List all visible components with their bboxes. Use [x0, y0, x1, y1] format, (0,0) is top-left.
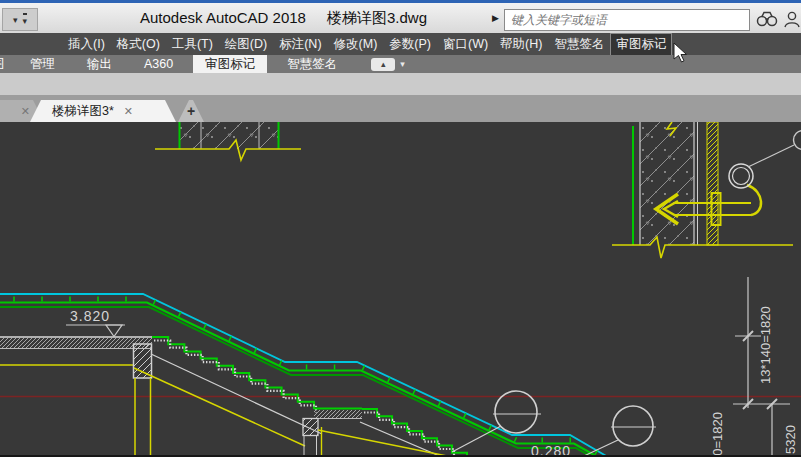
menu-draw[interactable]: 绘图(D)	[219, 33, 273, 56]
wall-section-handrail-detail	[612, 122, 801, 258]
dimension-text-total: 5320	[783, 425, 798, 454]
menu-format[interactable]: 格式(O)	[111, 33, 166, 56]
ribbon-collapse-caret-icon[interactable]: ▾	[400, 59, 405, 69]
level-triangle-icon	[106, 325, 122, 337]
elevation-marker-upper: 3.820	[66, 308, 125, 337]
dimension-text-flight: 13*140=1820	[758, 306, 773, 384]
menu-window[interactable]: 窗口(W)	[437, 33, 494, 56]
new-tab-button[interactable]: +	[178, 100, 204, 122]
menu-help[interactable]: 帮助(H)	[494, 33, 548, 56]
ribbon-tab-a360[interactable]: A360	[132, 56, 185, 72]
user-sign-in-icon[interactable]	[783, 10, 801, 29]
search-expand-icon[interactable]: ▶	[492, 13, 499, 23]
file-tab-label: 楼梯详图3*	[52, 103, 114, 120]
window-title: Autodesk AutoCAD 2018 楼梯详图3.dwg	[140, 9, 427, 28]
wall-section-top-left	[155, 122, 301, 160]
search-input[interactable]	[505, 10, 749, 30]
ribbon-collapse-button[interactable]: ▴ ▾	[371, 58, 405, 71]
ribbon-collapse-icon[interactable]: ▴	[371, 58, 395, 71]
title-bar: ▾ ▾ Autodesk AutoCAD 2018 楼梯详图3.dwg ▶	[0, 3, 801, 33]
quick-access-caret-icon[interactable]: ▾	[13, 15, 18, 25]
quick-access-customize-icon[interactable]: ▾	[23, 13, 28, 26]
close-icon[interactable]: ✕	[124, 105, 133, 118]
ribbon-tab-smart-sign[interactable]: 智慧签名	[275, 55, 349, 73]
leader-line	[748, 145, 794, 167]
ribbon-collapsed-area	[0, 73, 801, 95]
column-hatched	[303, 419, 318, 436]
menu-dimension[interactable]: 标注(N)	[273, 33, 327, 56]
elevation-value-lower: 0.280	[531, 443, 571, 457]
drawing-canvas[interactable]: 3.820 0.280	[0, 122, 801, 457]
menu-modify[interactable]: 修改(M)	[328, 33, 384, 56]
menu-smart-sign[interactable]: 智慧签名	[548, 33, 610, 56]
menu-insert[interactable]: 插入(I)	[62, 33, 111, 56]
elevation-value: 3.820	[70, 308, 110, 324]
menu-review-mark[interactable]: 审图标记	[610, 33, 672, 56]
app-title: Autodesk AutoCAD 2018	[140, 9, 306, 28]
plus-icon: +	[187, 103, 195, 119]
file-tab-active[interactable]: 楼梯详图3* ✕	[30, 100, 176, 122]
menu-parametric[interactable]: 参数(P)	[383, 33, 437, 56]
help-search-box[interactable]	[504, 9, 750, 31]
ribbon-tab-output[interactable]: 输出	[75, 55, 124, 73]
menu-tools[interactable]: 工具(T)	[166, 33, 219, 56]
ribbon-tab-manage[interactable]: 管理	[18, 55, 67, 73]
floor-break-line	[612, 237, 793, 258]
search-binoculars-icon[interactable]	[755, 10, 779, 28]
ribbon-tab-review-mark[interactable]: 审图标记	[193, 55, 267, 73]
ribbon-tab-partial[interactable]: 图	[0, 56, 10, 73]
quick-access-toolbar[interactable]: ▾ ▾	[2, 8, 38, 31]
column-hatched	[134, 344, 152, 378]
detail-callout-bubble-partial	[794, 131, 801, 150]
stair-flight-upper	[134, 337, 322, 446]
file-tab-bar: ✕ 楼梯详图3* ✕ +	[0, 95, 801, 122]
dimension-text-flight-partial: 40=1820	[710, 412, 725, 457]
document-title: 楼梯详图3.dwg	[327, 9, 427, 28]
mouse-cursor	[672, 42, 688, 64]
close-icon[interactable]: ✕	[21, 105, 30, 118]
stair-detail-drawing: 3.820 0.280	[0, 122, 801, 457]
